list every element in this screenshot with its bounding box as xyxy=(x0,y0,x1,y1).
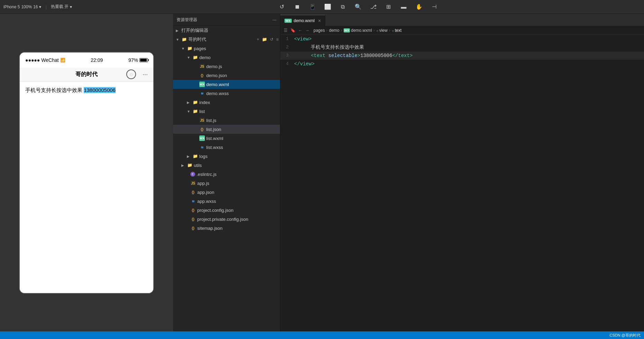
list-folder[interactable]: ▼ 📁 list xyxy=(173,107,280,116)
forward-icon[interactable]: → xyxy=(305,28,309,33)
demo-js-file[interactable]: ▶ JS demo.js xyxy=(173,62,280,71)
phone-nav-bar: 哥的时代 ⊙ ··· xyxy=(20,68,153,82)
sitemap-file[interactable]: ▶ {} sitemap.json xyxy=(173,224,280,233)
line-number-3: 3 xyxy=(280,51,294,60)
explorer-menu-icon[interactable]: ··· xyxy=(272,17,276,22)
hand-icon[interactable]: ✋ xyxy=(415,3,423,11)
breadcrumb-text[interactable]: ⬦ text xyxy=(392,28,401,33)
demo-json-file[interactable]: ▶ {} demo.json xyxy=(173,71,280,80)
breadcrumb-file[interactable]: WX demo.wxml xyxy=(344,28,372,33)
breadcrumb-view[interactable]: ⬦ view xyxy=(376,28,388,33)
add-folder-icon[interactable]: 📁 xyxy=(262,37,267,42)
circle-icon: ⊙ xyxy=(126,69,136,79)
json-icon: {} xyxy=(190,216,196,222)
editor-tabs: WX demo.wxml × xyxy=(280,14,644,26)
list-wxss-label: list.wxss xyxy=(206,145,223,150)
index-folder-label: index xyxy=(199,100,210,105)
toolbar-left: iPhone 5 100% 16 ▾ | 热重载 开 ▾ xyxy=(3,4,73,10)
utils-folder[interactable]: ▶ 📁 utils xyxy=(173,161,280,170)
section-open-editors[interactable]: ▶ 打开的编辑器 xyxy=(173,26,280,35)
nav-dots: ··· xyxy=(143,71,148,78)
folder-icon: 📁 xyxy=(192,109,198,114)
list-wxss-file[interactable]: ▶ ≋ list.wxss xyxy=(173,143,280,152)
demo-folder[interactable]: ▼ 📁 demo xyxy=(173,53,280,62)
phone-icon[interactable]: 📱 xyxy=(308,3,317,11)
wxml-icon: WX xyxy=(199,135,205,141)
content-text: 手机号支持长按选中效果 13800005006 xyxy=(25,87,116,93)
index-folder[interactable]: ▶ 📁 index xyxy=(173,98,280,107)
folder-icon: 📁 xyxy=(187,162,192,168)
editor-panel: WX demo.wxml × ☰ 🔖 ← → pages › demo › WX… xyxy=(280,14,644,331)
folder-icon: 📁 xyxy=(187,46,192,51)
refresh-icon[interactable]: ↺ xyxy=(278,3,286,11)
demo-wxml-label: demo.wxml xyxy=(206,82,229,87)
copy-icon[interactable]: ⧉ xyxy=(339,3,347,11)
wxss-icon: ≋ xyxy=(199,91,205,96)
wxss-icon: ≋ xyxy=(199,144,205,150)
collapse-arrow: ▶ xyxy=(181,163,185,167)
code-line-3: 3 <text selectable>13800005006</text> xyxy=(280,51,644,60)
search-icon[interactable]: 🔍 xyxy=(354,3,362,11)
list-json-file[interactable]: ▶ {} list.json xyxy=(173,125,280,134)
project-config-label: project.config.json xyxy=(197,208,234,213)
tablet-icon[interactable]: ⬜ xyxy=(324,3,332,11)
collapse-arrow: ▶ xyxy=(176,29,180,32)
add-file-icon[interactable]: + xyxy=(257,37,259,42)
back-icon[interactable]: ← xyxy=(298,28,302,33)
code-text: 手机号支持长按选中效果 xyxy=(311,45,364,50)
root-folder[interactable]: ▼ 📁 哥的时代 + 📁 ↺ ≡ xyxy=(173,35,280,44)
signal-icon: ●●●●● xyxy=(25,57,40,63)
editor-tab-demo-wxml[interactable]: WX demo.wxml × xyxy=(280,15,325,26)
tab-label: demo.wxml xyxy=(294,18,315,23)
line-content-2: 手机号支持长按选中效果 xyxy=(294,43,644,51)
hot-reload-selector[interactable]: 热重载 开 ▾ xyxy=(51,4,72,10)
bookmark-icon[interactable]: 🔖 xyxy=(290,28,296,33)
device-selector[interactable]: iPhone 5 100% 16 ▾ xyxy=(3,4,41,9)
app-js-file[interactable]: ▶ JS app.js xyxy=(173,179,280,188)
demo-wxss-label: demo.wxss xyxy=(206,91,229,96)
pages-folder[interactable]: ▼ 📁 pages xyxy=(173,44,280,53)
refresh-icon2[interactable]: ↺ xyxy=(270,37,273,42)
sidebar-toggle-icon[interactable]: ⊣ xyxy=(430,3,438,11)
content-text-before: 手机号支持长按选中效果 xyxy=(25,87,84,93)
breadcrumb-demo[interactable]: demo xyxy=(329,28,339,33)
tab-close-icon[interactable]: × xyxy=(318,18,321,23)
demo-wxss-file[interactable]: ▶ ≋ demo.wxss xyxy=(173,89,280,98)
list-json-label: list.json xyxy=(206,127,221,132)
code-line-2: 2 手机号支持长按选中效果 xyxy=(280,43,644,51)
app-wxss-file[interactable]: ▶ ≋ app.wxss xyxy=(173,197,280,206)
project-private-config-file[interactable]: ▶ {} project.private.config.json xyxy=(173,215,280,224)
tag-view-close: </view> xyxy=(294,61,315,67)
line-content-3: <text selectable>13800005006</text> xyxy=(294,51,644,60)
app-json-file[interactable]: ▶ {} app.json xyxy=(173,188,280,197)
explorer-title: 资源管理器 xyxy=(176,17,197,23)
battery-percent: 97% xyxy=(128,57,138,63)
json-icon: {} xyxy=(190,189,196,195)
breadcrumb-pages[interactable]: pages xyxy=(314,28,325,33)
phone-status-right: 97% xyxy=(128,57,148,63)
js-icon: JS xyxy=(190,180,196,186)
expand-arrow: ▼ xyxy=(181,47,185,50)
list-wxml-file[interactable]: ▶ WX list.wxml xyxy=(173,134,280,143)
eslintrc-label: .eslintrc.js xyxy=(197,172,217,177)
editor-settings-icon[interactable]: ☰ xyxy=(284,28,288,33)
collapse-all-icon[interactable]: ≡ xyxy=(276,37,279,42)
project-config-file[interactable]: ▶ {} project.config.json xyxy=(173,206,280,215)
wxml-icon: WX xyxy=(199,82,205,87)
logs-folder[interactable]: ▶ 📁 logs xyxy=(173,152,280,161)
stop-icon[interactable]: ⏹ xyxy=(293,3,301,11)
code-editor[interactable]: 1 <view> 2 手机号支持长按选中效果 3 <text selectabl… xyxy=(280,35,644,331)
eslintrc-file[interactable]: ▶ E .eslintrc.js xyxy=(173,170,280,179)
grid-icon[interactable]: ⊞ xyxy=(384,3,393,11)
explorer-toolbar-icons: ··· xyxy=(272,17,276,22)
chevron-down-icon: ▾ xyxy=(39,4,41,9)
eslint-icon: E xyxy=(190,172,195,177)
main-area: ●●●●● WeChat 📶 22:09 97% 哥的时代 ⊙ ··· xyxy=(0,14,644,331)
breadcrumb-sep: › xyxy=(373,28,375,33)
list-js-file[interactable]: ▶ JS list.js xyxy=(173,116,280,125)
tag-open: <view> xyxy=(294,36,311,42)
branch-icon[interactable]: ⎇ xyxy=(369,3,378,11)
json-icon: {} xyxy=(190,225,196,231)
demo-wxml-file[interactable]: ▶ WX demo.wxml xyxy=(173,80,280,89)
terminal-icon[interactable]: ▬ xyxy=(400,3,408,11)
